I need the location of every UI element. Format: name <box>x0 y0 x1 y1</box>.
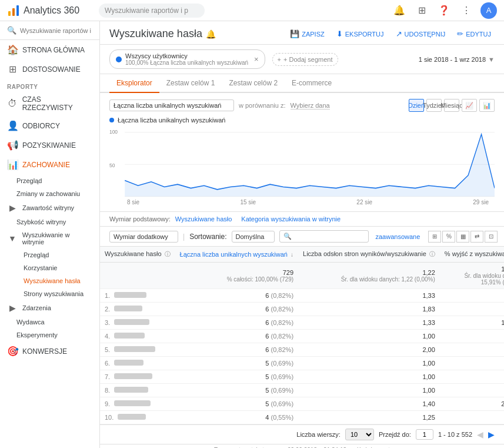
cell-exit-1: 0,00% <box>440 289 504 303</box>
share-button[interactable]: ↗ UDOSTĘPNIJ <box>392 27 449 41</box>
next-page-button[interactable]: ▶ <box>488 430 495 439</box>
period-day-button[interactable]: Dzień <box>409 99 424 112</box>
sidebar-item-conversions[interactable]: 🎯 KONWERSJE <box>0 341 99 361</box>
sidebar-item-acquisition[interactable]: 📢 POZYSKIWANIE <box>0 135 99 155</box>
edit-button[interactable]: ✏ EDYTUJ <box>453 27 495 41</box>
sidebar-site-search-label: Wyszukiwanie w witrynie <box>22 231 92 245</box>
sidebar-item-speed[interactable]: Szybkość witryny <box>0 215 99 228</box>
sidebar-audience-label: ODBIORCY <box>22 122 60 130</box>
chart-controls: Łączna liczba unikalnych wyszukiwań w po… <box>109 99 495 112</box>
cell-searches-9: 5 (0,69%) <box>175 397 299 411</box>
x-label-4: 29 sie <box>473 199 489 205</box>
term-placeholder <box>114 400 151 406</box>
acquisition-icon: 📢 <box>7 140 18 151</box>
th-results[interactable]: Liczba odsłon stron wyników/wyszukiwanie… <box>298 247 440 263</box>
sidebar-item-overview[interactable]: Przegląd <box>0 174 99 187</box>
sidebar-item-home[interactable]: 🏠 STRONA GŁÓWNA <box>0 40 99 59</box>
sidebar: 🔍 🏠 STRONA GŁÓWNA ⊞ DOSTOSOWANIE Raporty… <box>0 21 100 448</box>
metric-select[interactable]: Łączna liczba unikalnych wyszukiwań <box>109 99 234 111</box>
tab-ecommerce[interactable]: E-commerce <box>285 74 339 93</box>
segment-desc: 100,00% Łączna liczba unikalnych wyszuki… <box>125 59 248 66</box>
save-button[interactable]: 💾 ZAPISZ <box>286 27 328 41</box>
svg-marker-8 <box>125 134 495 197</box>
prev-page-button[interactable]: ◀ <box>477 430 483 439</box>
cell-results-4: 1,00 <box>298 330 440 343</box>
table-search-box[interactable]: 🔍 <box>279 230 369 243</box>
sidebar-item-experiments[interactable]: Eksperymenty <box>0 328 99 341</box>
share-label: UDOSTĘPNIJ <box>405 31 446 38</box>
row-rank: 5. <box>105 346 110 353</box>
tab-goal1[interactable]: Zestaw celów 1 <box>159 74 222 93</box>
compare-date-select[interactable]: Wybierz dana <box>291 102 330 109</box>
sidebar-item-content[interactable]: ▶ Zawartość witryny <box>0 200 99 215</box>
reports-section-label: Raporty <box>0 79 99 91</box>
advanced-link[interactable]: zaawansowane <box>376 233 420 240</box>
chart-type-line-button[interactable]: 📈 <box>462 99 477 112</box>
sidebar-item-si-usage[interactable]: Korzystanie <box>0 261 99 274</box>
topbar-search-box[interactable]: Wyszukiwanie raportów i p <box>99 4 205 18</box>
sidebar-item-si-pages[interactable]: Strony wyszukiwania <box>0 287 99 300</box>
view-pivot-button[interactable]: ⊡ <box>485 231 498 243</box>
conversions-icon: 🎯 <box>7 346 18 357</box>
dimension-link-1[interactable]: Wyszukiwane hasło <box>175 215 232 223</box>
sidebar-item-si-terms[interactable]: Wyszukiwane hasła <box>0 274 99 287</box>
sort-select[interactable]: Domyślna <box>232 231 275 243</box>
export-button[interactable]: ⬇ EKSPORTUJ <box>333 27 388 41</box>
dimension-link-2[interactable]: Kategoria wyszukiwania w witrynie <box>241 215 341 223</box>
view-table-button[interactable]: ⊞ <box>428 231 441 243</box>
date-range-picker[interactable]: 1 sie 2018 - 1 wrz 2018 ▼ <box>419 56 495 63</box>
sidebar-item-changes[interactable]: Zmiany w zachowaniu <box>0 187 99 200</box>
app-title: Analytics 360 <box>24 5 79 16</box>
sidebar-item-publisher[interactable]: Wydawca <box>0 316 99 328</box>
row-rank: 9. <box>105 400 110 407</box>
chart-type-bar-button[interactable]: 📊 <box>479 99 495 112</box>
sidebar-item-events[interactable]: ▶ Zdarzenia <box>0 300 99 316</box>
sidebar-item-audience[interactable]: 👤 ODBIORCY <box>0 116 99 135</box>
period-week-button[interactable]: Tydzień <box>426 99 442 112</box>
dimension-bar: Wymiar podstawowy: Wyszukiwane hasło Kat… <box>100 211 504 226</box>
segment-pill-all-users[interactable]: Wszyscy użytkownicy 100,00% Łączna liczb… <box>109 49 265 69</box>
apps-icon[interactable]: ⊞ <box>413 2 430 19</box>
notifications-icon[interactable]: 🔔 <box>391 2 408 19</box>
segment-close-icon[interactable]: × <box>254 55 259 64</box>
add-segment-button[interactable]: + + Dodaj segment <box>272 53 338 66</box>
tab-goal2[interactable]: Zestaw celów 2 <box>222 74 285 93</box>
export-icon: ⬇ <box>336 29 343 38</box>
sidebar-item-behavior[interactable]: 📊 ZACHOWANIE <box>0 155 99 174</box>
sidebar-item-realtime[interactable]: ⏱ CZAS RZECZYWISTY <box>0 91 99 116</box>
sidebar-item-site-search[interactable]: ▼ Wyszukiwanie w witrynie <box>0 228 99 248</box>
sidebar-search[interactable]: 🔍 <box>0 21 99 40</box>
sidebar-search-input[interactable] <box>20 27 92 34</box>
sidebar-item-si-overview[interactable]: Przegląd <box>0 248 99 261</box>
logo-icon <box>7 4 20 17</box>
page-input[interactable] <box>416 429 433 440</box>
user-avatar[interactable]: A <box>480 2 497 19</box>
cell-term-9: 9. <box>100 397 175 411</box>
total-searches: 729 % całości: 100,00% (729) <box>175 263 299 289</box>
tab-explorer[interactable]: Eksplorator <box>109 74 159 93</box>
view-performance-button[interactable]: ▦ <box>456 231 469 243</box>
th-term[interactable]: Wyszukiwane hasło ⓘ <box>100 247 175 263</box>
table-row: 6. 5 (0,69%) 1,00 0,00% 40,00% 00:04:08 … <box>100 357 504 370</box>
cell-searches-7: 5 (0,69%) <box>175 370 299 384</box>
sidebar-content-label: Zawartość witryny <box>22 204 74 211</box>
th-exit[interactable]: % wyjść z wyszukiwania ⓘ <box>440 247 504 263</box>
row-rank: 8. <box>105 387 110 394</box>
rows-select[interactable]: 102550100500 <box>345 429 374 440</box>
extra-dimension-select[interactable]: Wymiar dodatkowy <box>109 231 178 243</box>
term-placeholder <box>114 373 152 379</box>
view-compare-button[interactable]: ⇄ <box>470 231 483 243</box>
svg-rect-1 <box>12 8 15 16</box>
svg-rect-2 <box>16 5 19 16</box>
help-icon[interactable]: ❓ <box>436 2 452 19</box>
th-searches[interactable]: Łączna liczba unikalnych wyszukiwań ↓ <box>175 247 299 263</box>
th-searches-sort-icon: ↓ <box>291 251 293 258</box>
table-search-input[interactable] <box>294 233 365 240</box>
total-results-avg: Śr. dla widoku danych: 1,22 (0,00%) <box>303 276 435 283</box>
sidebar-acquisition-label: POZYSKIWANIE <box>22 141 76 150</box>
view-percent-button[interactable]: % <box>442 231 455 243</box>
total-results-val: 1,22 <box>422 269 435 276</box>
period-month-button[interactable]: Miesiąc <box>444 99 459 112</box>
sidebar-item-customization[interactable]: ⊞ DOSTOSOWANIE <box>0 59 99 79</box>
more-icon[interactable]: ⋮ <box>458 2 475 19</box>
